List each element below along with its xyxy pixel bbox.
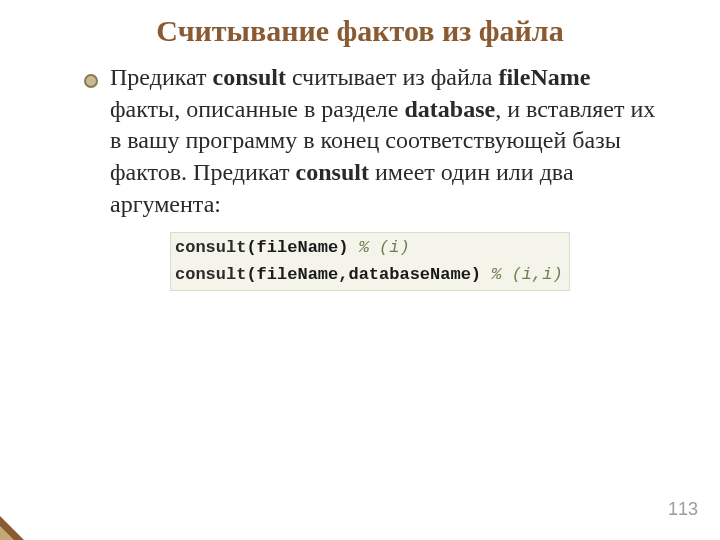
bold-run: consult — [296, 159, 369, 185]
code-args: (fileName) — [246, 238, 348, 257]
text-run: факты, описанные в разделе — [110, 96, 404, 122]
slide-title: Считывание фактов из файла — [0, 0, 720, 48]
bullet-icon — [84, 74, 98, 88]
code-block: consult(fileName) % (i) consult(fileName… — [170, 232, 570, 291]
corner-decoration-icon — [0, 516, 24, 540]
bold-run: database — [404, 96, 495, 122]
page-number: 113 — [668, 499, 698, 520]
code-line-1: consult(fileName) % (i) — [175, 235, 565, 261]
code-comment: % (i,i) — [481, 265, 563, 284]
code-keyword: consult — [175, 265, 246, 284]
bold-run: consult — [213, 64, 286, 90]
bold-run: fileName — [498, 64, 590, 90]
body-text: Предикат consult считывает из файла file… — [0, 48, 720, 220]
slide: Считывание фактов из файла Предикат cons… — [0, 0, 720, 540]
code-args: (fileName,databaseName) — [246, 265, 481, 284]
text-run: считывает из файла — [286, 64, 499, 90]
code-keyword: consult — [175, 238, 246, 257]
code-line-2: consult(fileName,databaseName) % (i,i) — [175, 262, 565, 288]
code-comment: % (i) — [348, 238, 409, 257]
text-run: Предикат — [110, 64, 213, 90]
